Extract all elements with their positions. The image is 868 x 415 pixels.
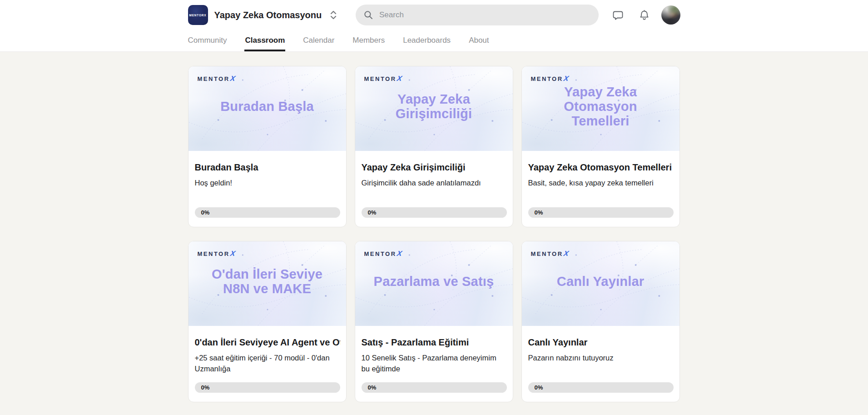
community-switcher-button[interactable] <box>328 8 338 22</box>
progress-bar: 0% <box>528 207 674 218</box>
mentorx-cover-logo: MENTORX <box>364 250 402 258</box>
progress-label: 0% <box>535 209 543 216</box>
course-title: Canlı Yayınlar <box>528 337 674 348</box>
progress-bar: 0% <box>195 207 340 218</box>
progress-label: 0% <box>368 384 377 391</box>
mentorx-cover-logo: MENTORX <box>531 250 569 258</box>
search-input[interactable] <box>379 10 590 20</box>
search-bar[interactable] <box>356 5 599 25</box>
mentorx-x-icon: X <box>229 250 236 258</box>
search-icon <box>364 10 373 20</box>
course-card-body: Buradan Başla Hoş geldin! 0% <box>188 151 346 227</box>
course-grid: MENTORX Buradan Başla Buradan Başla Hoş … <box>188 66 680 402</box>
community-logo-text: MENTORX <box>189 14 207 17</box>
course-cover: MENTORX O'dan İleri SeviyeN8N ve MAKE <box>188 241 346 326</box>
course-title: 0'dan İleri Seviyeye AI Agent ve Ot... <box>195 337 340 348</box>
progress-bar: 0% <box>362 382 507 393</box>
course-card-body: Yapay Zeka Otomasyon Temelleri Basit, sa… <box>522 151 680 227</box>
tab-about[interactable]: About <box>469 36 489 51</box>
community-title: Yapay Zeka Otomasyonu <box>214 10 322 20</box>
course-cover: MENTORX Pazarlama ve Satış <box>355 241 513 326</box>
tab-community[interactable]: Community <box>188 36 227 51</box>
chevron-up-down-icon <box>329 10 337 20</box>
course-card[interactable]: MENTORX O'dan İleri SeviyeN8N ve MAKE 0'… <box>188 241 347 402</box>
course-card-body: Yapay Zeka Girişimciliği Girişimcilik da… <box>355 151 513 227</box>
course-description: Hoş geldin! <box>195 178 340 189</box>
course-description: Girişimcilik daha sade anlatılamazdı <box>362 178 507 189</box>
community-logo[interactable]: MENTORX <box>188 5 208 25</box>
course-title: Yapay Zeka Girişimciliği <box>362 162 507 173</box>
mentorx-x-icon: X <box>563 250 569 258</box>
course-title: Buradan Başla <box>195 162 340 173</box>
chat-bubble-icon <box>612 9 624 21</box>
course-cover-title: Buradan Başla <box>209 100 325 114</box>
mentorx-x-icon: X <box>396 250 402 258</box>
mentorx-cover-logo: MENTORX <box>364 75 402 83</box>
progress-label: 0% <box>368 209 377 216</box>
course-cover: MENTORX Buradan Başla <box>188 66 346 151</box>
course-cover-title: Pazarlama ve Satış <box>363 275 505 289</box>
course-card[interactable]: MENTORX Yapay Zeka Girişimciliği Yapay Z… <box>355 66 513 227</box>
course-card-body: Satış - Pazarlama Eğitimi 10 Senelik Sat… <box>355 326 513 402</box>
course-cover: MENTORX Canlı Yayınlar <box>522 241 680 326</box>
tab-members[interactable]: Members <box>352 36 385 51</box>
mentorx-cover-logo: MENTORX <box>198 250 235 258</box>
tab-leaderboards[interactable]: Leaderboards <box>403 36 451 51</box>
classroom-page: MENTORX Buradan Başla Buradan Başla Hoş … <box>188 52 680 402</box>
top-header: MENTORX Yapay Zeka Otomasyonu <box>0 0 868 52</box>
mentorx-x-icon: X <box>396 75 402 83</box>
progress-bar: 0% <box>362 207 507 218</box>
course-title: Yapay Zeka Otomasyon Temelleri <box>528 162 674 173</box>
course-description: Basit, sade, kısa yapay zeka temelleri <box>528 178 674 189</box>
course-card[interactable]: MENTORX Pazarlama ve Satış Satış - Pazar… <box>355 241 513 402</box>
course-card[interactable]: MENTORX Yapay Zeka OtomasyonTemelleri Ya… <box>521 66 680 227</box>
bell-icon <box>638 9 650 21</box>
course-cover-title: Yapay Zeka Girişimciliği <box>355 92 513 121</box>
course-description: Pazarın nabzını tutuyoruz <box>528 353 674 364</box>
nav-tabs: CommunityClassroomCalendarMembersLeaderb… <box>188 30 680 51</box>
progress-bar: 0% <box>195 382 340 393</box>
progress-label: 0% <box>201 384 210 391</box>
chat-button[interactable] <box>611 8 625 22</box>
course-card[interactable]: MENTORX Canlı Yayınlar Canlı Yayınlar Pa… <box>521 241 680 402</box>
tab-classroom[interactable]: Classroom <box>245 36 285 51</box>
tab-calendar[interactable]: Calendar <box>303 36 334 51</box>
course-description: 10 Senelik Satış - Pazarlama deneyimim b… <box>362 353 507 375</box>
course-cover-title: Canlı Yayınlar <box>546 275 655 289</box>
mentorx-cover-logo: MENTORX <box>198 75 235 83</box>
notifications-button[interactable] <box>638 8 651 22</box>
course-title: Satış - Pazarlama Eğitimi <box>362 337 507 348</box>
mentorx-cover-logo: MENTORX <box>531 75 569 83</box>
course-cover-title: Yapay Zeka OtomasyonTemelleri <box>522 85 680 129</box>
mentorx-x-icon: X <box>563 75 569 83</box>
progress-label: 0% <box>201 209 210 216</box>
course-description: +25 saat eğitim içeriği - 70 modül - 0'd… <box>195 353 340 375</box>
course-cover-title: O'dan İleri SeviyeN8N ve MAKE <box>201 267 333 296</box>
course-cover: MENTORX Yapay Zeka Girişimciliği <box>355 66 513 151</box>
course-cover: MENTORX Yapay Zeka OtomasyonTemelleri <box>522 66 680 151</box>
course-card[interactable]: MENTORX Buradan Başla Buradan Başla Hoş … <box>188 66 347 227</box>
user-avatar[interactable] <box>661 5 680 25</box>
progress-bar: 0% <box>528 382 674 393</box>
progress-label: 0% <box>535 384 543 391</box>
course-card-body: Canlı Yayınlar Pazarın nabzını tutuyoruz… <box>522 326 680 402</box>
course-card-body: 0'dan İleri Seviyeye AI Agent ve Ot... +… <box>188 326 346 402</box>
mentorx-x-icon: X <box>229 75 236 83</box>
